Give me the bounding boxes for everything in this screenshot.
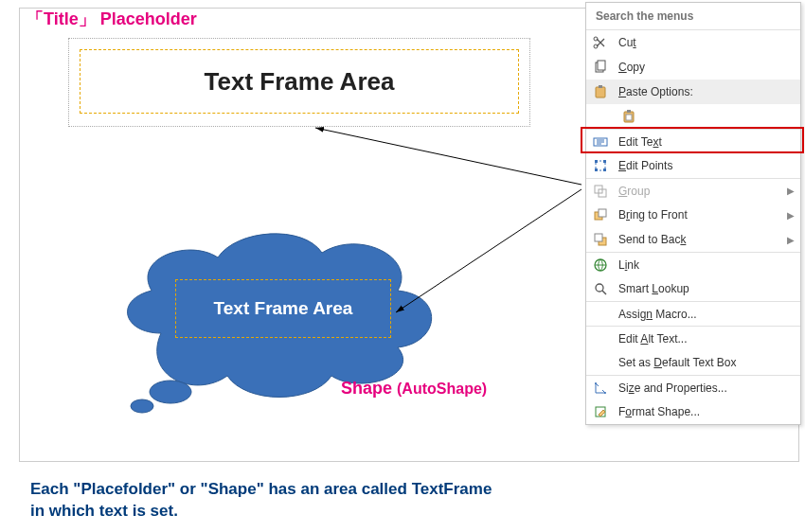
svg-rect-10 bbox=[626, 115, 632, 120]
menu-item-format_shape[interactable]: Format Shape... bbox=[586, 399, 800, 424]
smart-lookup-icon bbox=[592, 280, 609, 297]
scissors-icon bbox=[592, 34, 609, 51]
copy-icon bbox=[592, 59, 609, 76]
svg-rect-19 bbox=[599, 209, 606, 217]
group-icon bbox=[592, 183, 609, 200]
svg-point-0 bbox=[150, 381, 191, 403]
blank-icon bbox=[592, 354, 609, 371]
edit-text-icon bbox=[592, 133, 609, 151]
menu-item-assign_macro[interactable]: Assign Macro... bbox=[586, 301, 800, 326]
menu-item-size_props[interactable]: Size and Properties... bbox=[586, 375, 800, 399]
menu-item-cut[interactable]: Cut bbox=[586, 30, 800, 55]
link-icon bbox=[592, 257, 609, 274]
menu-item-bring_front[interactable]: Bring to Front▶ bbox=[586, 203, 800, 227]
menu-item-label: Bring to Front bbox=[618, 208, 783, 222]
svg-rect-6 bbox=[596, 87, 605, 98]
menu-item-label: Paste Options: bbox=[618, 85, 795, 98]
menu-item-label: Group bbox=[618, 185, 783, 198]
svg-rect-9 bbox=[627, 110, 631, 113]
svg-line-24 bbox=[602, 291, 606, 294]
submenu-arrow-icon: ▶ bbox=[787, 235, 795, 245]
bring-front-icon bbox=[592, 206, 609, 223]
text-frame-label: Text Frame Area bbox=[205, 67, 395, 97]
menu-item-set_default[interactable]: Set as Default Text Box bbox=[586, 350, 800, 375]
context-menu: CutCopyPaste Options:Edit TextEdit Point… bbox=[585, 2, 801, 425]
menu-item-label: Link bbox=[618, 258, 795, 272]
submenu-arrow-icon: ▶ bbox=[787, 210, 795, 221]
menu-item-label: Send to Back bbox=[618, 233, 783, 246]
menu-item-label: Edit Points bbox=[618, 159, 795, 172]
menu-item-edit_alt[interactable]: Edit Alt Text... bbox=[586, 326, 800, 350]
edit-points-icon bbox=[592, 157, 609, 174]
menu-item-label: Smart Lookup bbox=[618, 282, 795, 295]
svg-point-26 bbox=[604, 392, 606, 394]
search-input[interactable] bbox=[594, 9, 793, 24]
menu-search-box[interactable] bbox=[586, 3, 800, 30]
title-placeholder-label: 「Title」 Placeholder bbox=[27, 8, 197, 30]
blank-icon bbox=[592, 306, 609, 323]
menu-item-group: Group▶ bbox=[586, 178, 800, 203]
paste-icon bbox=[592, 83, 609, 100]
svg-rect-5 bbox=[598, 61, 605, 70]
text-frame-area-title: Text Frame Area bbox=[80, 49, 519, 114]
svg-rect-7 bbox=[599, 85, 602, 88]
menu-item-copy[interactable]: Copy bbox=[586, 55, 800, 80]
svg-point-25 bbox=[595, 382, 597, 384]
menu-item-label: Size and Properties... bbox=[618, 381, 795, 395]
menu-item-smart_lookup[interactable]: Smart Lookup bbox=[586, 276, 800, 301]
svg-point-23 bbox=[596, 284, 603, 292]
submenu-arrow-icon: ▶ bbox=[787, 186, 795, 196]
svg-rect-21 bbox=[595, 234, 602, 241]
blank-icon bbox=[592, 330, 609, 347]
caption-text: Each "Placefolder" or "Shape" has an are… bbox=[30, 479, 492, 523]
menu-item-send_back[interactable]: Send to Back▶ bbox=[586, 227, 800, 252]
menu-item-paste[interactable]: Paste Options: bbox=[586, 80, 800, 104]
menu-item-paste_clipboard[interactable] bbox=[586, 104, 800, 129]
menu-item-label: Edit Alt Text... bbox=[618, 332, 795, 346]
menu-item-link[interactable]: Link bbox=[586, 252, 800, 276]
size-props-icon bbox=[592, 380, 609, 397]
menu-item-edit_text[interactable]: Edit Text bbox=[586, 129, 800, 153]
menu-item-label: Cut bbox=[618, 36, 795, 49]
menu-item-label: Format Shape... bbox=[618, 405, 795, 418]
shape-autoshape-label: Shape (AutoShape) bbox=[341, 379, 487, 399]
menu-item-edit_points[interactable]: Edit Points bbox=[586, 153, 800, 178]
send-back-icon bbox=[592, 231, 609, 248]
format-shape-icon bbox=[592, 403, 609, 420]
text-frame-area-shape: Text Frame Area bbox=[175, 279, 391, 338]
menu-item-label: Copy bbox=[618, 61, 795, 74]
svg-point-1 bbox=[131, 399, 153, 413]
menu-item-label: Set as Default Text Box bbox=[618, 356, 795, 369]
text-frame-label: Text Frame Area bbox=[214, 298, 353, 319]
clipboard-icon bbox=[620, 108, 637, 125]
menu-item-label: Edit Text bbox=[618, 135, 795, 149]
menu-item-label: Assign Macro... bbox=[618, 308, 795, 321]
